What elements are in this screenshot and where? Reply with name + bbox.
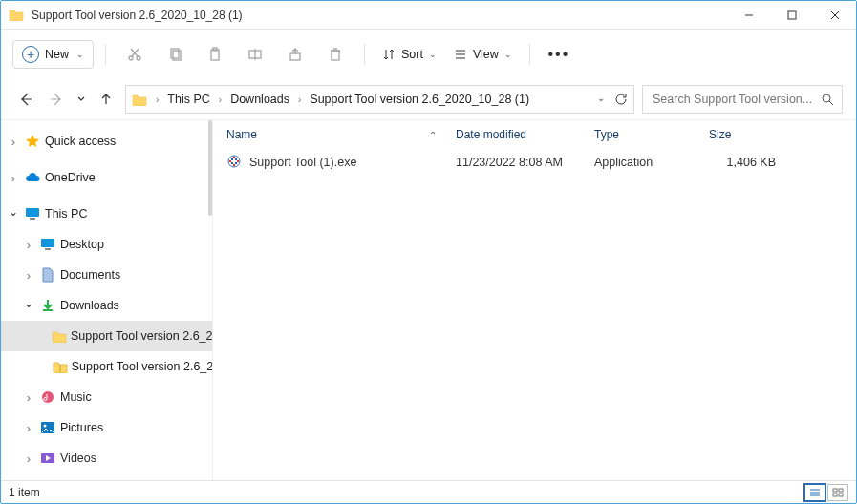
svg-rect-26 (45, 248, 51, 250)
svg-rect-24 (30, 218, 35, 220)
titlebar: Support Tool version 2.6_2020_10_28 (1) (1, 1, 856, 30)
crumb-sep-icon: › (156, 94, 159, 105)
back-button[interactable] (14, 88, 37, 111)
file-row[interactable]: Support Tool (1).exe 11/23/2022 8:08 AM … (213, 149, 856, 176)
window-title: Support Tool version 2.6_2020_10_28 (1) (32, 9, 243, 22)
view-label: View (473, 48, 499, 61)
svg-rect-35 (229, 160, 231, 162)
col-name[interactable]: Name⌃ (226, 128, 456, 141)
sort-button[interactable]: Sort ⌄ (376, 43, 442, 66)
file-type: Application (594, 156, 709, 169)
tree-documents[interactable]: Documents (1, 260, 212, 290)
svg-rect-37 (231, 158, 233, 160)
desktop-icon (39, 238, 56, 251)
file-date: 11/23/2022 8:08 AM (456, 156, 594, 169)
address-chevron-icon[interactable]: ⌄ (597, 93, 605, 106)
crumb-thispc[interactable]: This PC (167, 93, 209, 106)
main-area: Quick access OneDrive This PC Desktop Do… (1, 119, 856, 480)
thumbnails-view-button[interactable] (827, 484, 848, 501)
svg-rect-45 (839, 489, 843, 492)
svg-rect-38 (235, 158, 237, 160)
file-name: Support Tool (1).exe (249, 156, 356, 169)
minimize-button[interactable] (727, 1, 770, 29)
tree-videos[interactable]: Videos (1, 443, 212, 473)
document-icon (39, 267, 56, 283)
nav-tree: Quick access OneDrive This PC Desktop Do… (1, 120, 213, 480)
svg-point-5 (137, 56, 140, 60)
monitor-icon (24, 207, 41, 220)
plus-icon: + (22, 46, 39, 63)
file-list: Name⌃ Date modified Type Size Support To… (213, 120, 856, 480)
zip-icon (53, 360, 68, 373)
tree-pictures[interactable]: Pictures (1, 412, 212, 443)
svg-point-21 (823, 94, 830, 102)
address-row: › This PC › Downloads › Support Tool ver… (1, 79, 856, 119)
col-type[interactable]: Type (594, 128, 709, 141)
new-label: New (45, 48, 69, 61)
rename-button[interactable] (238, 37, 272, 72)
more-button[interactable]: ••• (542, 37, 576, 72)
maximize-button[interactable] (770, 1, 813, 29)
search-box[interactable] (642, 85, 843, 114)
status-bar: 1 item (1, 480, 856, 503)
svg-rect-46 (833, 494, 837, 496)
tree-dl-folder-1[interactable]: Support Tool version 2.6_2020_10_28 (1) (1, 321, 212, 351)
refresh-icon[interactable] (614, 93, 628, 106)
svg-rect-40 (235, 162, 237, 164)
tree-onedrive[interactable]: OneDrive (1, 162, 212, 193)
details-view-button[interactable] (804, 484, 825, 501)
svg-rect-44 (833, 489, 837, 492)
sort-asc-icon: ⌃ (429, 130, 437, 140)
ellipsis-icon: ••• (547, 46, 569, 63)
svg-line-22 (829, 101, 833, 105)
folder-icon (52, 329, 67, 343)
recent-chevron[interactable] (75, 88, 87, 111)
crumb-downloads[interactable]: Downloads (230, 93, 289, 106)
view-button[interactable]: View ⌄ (448, 43, 518, 66)
svg-line-7 (131, 49, 138, 56)
cut-button[interactable] (118, 37, 152, 72)
item-count: 1 item (9, 486, 40, 499)
sidebar-scrollbar[interactable] (208, 120, 212, 216)
svg-line-6 (132, 49, 139, 56)
tree-this-pc[interactable]: This PC (1, 199, 212, 229)
forward-button[interactable] (45, 88, 68, 111)
delete-button[interactable] (318, 37, 353, 72)
tree-music[interactable]: Music (1, 382, 212, 412)
new-button[interactable]: + New ⌄ (12, 40, 94, 69)
file-size: 1,406 KB (709, 156, 776, 169)
tree-quick-access[interactable]: Quick access (1, 126, 212, 157)
up-button[interactable] (95, 88, 118, 111)
col-date[interactable]: Date modified (456, 128, 594, 141)
close-button[interactable] (813, 1, 856, 29)
svg-rect-14 (290, 53, 300, 60)
chevron-down-icon: ⌄ (504, 50, 512, 59)
search-input[interactable] (651, 92, 821, 107)
onedrive-icon (24, 172, 41, 183)
chevron-down-icon: ⌄ (76, 50, 84, 59)
col-size[interactable]: Size (709, 128, 776, 141)
address-bar[interactable]: › This PC › Downloads › Support Tool ver… (125, 85, 634, 114)
crumb-sep-icon: › (219, 94, 222, 105)
column-headers: Name⌃ Date modified Type Size (213, 120, 856, 149)
svg-rect-15 (332, 51, 339, 60)
svg-rect-25 (41, 239, 54, 247)
copy-button[interactable] (158, 37, 192, 72)
tree-dl-folder-2[interactable]: Support Tool version 2.6_2020_10_28 (1, 351, 212, 382)
svg-rect-34 (233, 164, 235, 166)
svg-rect-39 (231, 162, 233, 164)
pictures-icon (39, 421, 56, 434)
tree-downloads[interactable]: Downloads (1, 290, 212, 321)
svg-point-30 (44, 425, 47, 428)
folder-icon (9, 8, 24, 23)
svg-rect-36 (237, 160, 239, 162)
sort-label: Sort (401, 48, 423, 61)
crumb-current[interactable]: Support Tool version 2.6_2020_10_28 (1) (310, 93, 529, 106)
share-button[interactable] (278, 37, 312, 72)
download-icon (39, 299, 56, 312)
search-icon (821, 93, 834, 106)
paste-button[interactable] (198, 37, 232, 72)
tree-desktop[interactable]: Desktop (1, 229, 212, 260)
svg-rect-1 (788, 11, 796, 19)
svg-rect-23 (26, 208, 39, 217)
